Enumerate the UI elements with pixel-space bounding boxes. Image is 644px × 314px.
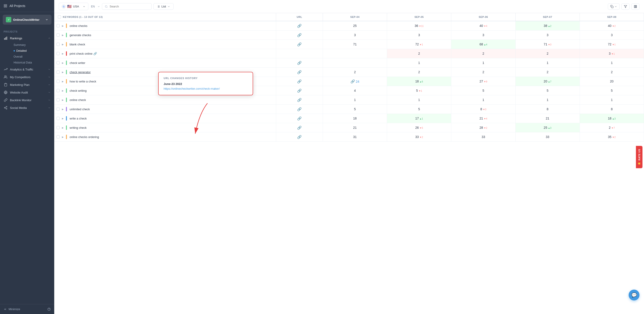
expand-button-8[interactable]: ▶ xyxy=(62,98,64,102)
sidebar-item-social[interactable]: Social Media xyxy=(0,104,54,112)
rank-num: 17 xyxy=(415,116,419,120)
table-row: ▶ write a check 🔗 18 17▲1 21▼4 21 18▲3 xyxy=(54,114,644,123)
link-icon[interactable]: 🔗 xyxy=(297,116,302,120)
rate-us-button[interactable]: ⭐ RATE US xyxy=(636,146,642,168)
columns-icon xyxy=(634,5,637,8)
sidebar-item-marketing[interactable]: Marketing Plan xyxy=(0,81,54,88)
main-content: G 🇺🇸 USA EN List xyxy=(54,0,644,314)
subnav-historical[interactable]: Historical Data xyxy=(10,60,54,66)
minimize-footer[interactable]: Minimize xyxy=(0,304,54,314)
link-icon[interactable]: 🔗 xyxy=(297,80,302,83)
filter-button[interactable] xyxy=(622,4,630,10)
all-projects-link[interactable]: All Projects xyxy=(0,0,54,12)
sidebar-item-backlink[interactable]: Backlink Monitor xyxy=(0,96,54,104)
rank-cell: 8 xyxy=(580,104,644,114)
row-checkbox-7[interactable] xyxy=(56,89,60,92)
row-checkbox-8[interactable] xyxy=(56,98,60,102)
sidebar-item-competitors[interactable]: My Competitors xyxy=(0,73,54,81)
row-checkbox-10[interactable] xyxy=(56,117,60,120)
svg-rect-4 xyxy=(6,37,7,40)
rank-num: 71 xyxy=(544,42,547,46)
link-icon[interactable]: 🔗 xyxy=(297,89,302,92)
expand-button-3[interactable]: ▶ xyxy=(62,52,64,55)
link-icon[interactable]: 🔗 xyxy=(297,107,302,111)
rank-num: 2 xyxy=(546,52,548,55)
toolbar: G 🇺🇸 USA EN List xyxy=(54,0,644,13)
link-icon[interactable]: 🔗 xyxy=(350,80,355,83)
expand-button-6[interactable]: ▶ xyxy=(62,80,64,83)
expand-button-1[interactable]: ▶ xyxy=(62,34,64,37)
rank-cell: 8 xyxy=(516,104,580,114)
sidebar-item-rankings[interactable]: Rankings xyxy=(0,34,54,42)
link-icon[interactable]: 🔗 xyxy=(297,98,302,102)
rank-cell: 5 xyxy=(323,104,387,114)
rank-num: 8 xyxy=(480,107,482,111)
row-checkbox-0[interactable] xyxy=(56,24,60,27)
row-checkbox-5[interactable] xyxy=(56,70,60,74)
expand-button-5[interactable]: ▶ xyxy=(62,70,64,74)
rank-num: 2 xyxy=(418,70,420,74)
expand-button-10[interactable]: ▶ xyxy=(62,117,64,120)
rank-num: 1 xyxy=(482,98,484,102)
link-icon[interactable]: 🔗 xyxy=(297,42,302,46)
project-selector[interactable]: ✓ OnlineCheckWriter xyxy=(3,15,52,24)
keyword-cell: ▶ check writer xyxy=(54,58,276,68)
rank-num: 36 xyxy=(415,24,418,28)
row-checkbox-9[interactable] xyxy=(56,108,60,111)
row-checkbox-11[interactable] xyxy=(56,126,60,129)
rank-change-down: ▼2 xyxy=(612,25,616,27)
rank-num: 33 xyxy=(546,135,549,139)
rank-cell: 2 xyxy=(516,68,580,77)
svg-point-13 xyxy=(6,108,7,109)
search-input[interactable] xyxy=(110,5,149,8)
row-checkbox-6[interactable] xyxy=(56,80,60,83)
expand-button-0[interactable]: ▶ xyxy=(62,24,64,28)
rank-num: 35 xyxy=(608,135,612,139)
sidebar-item-audit[interactable]: Website Audit xyxy=(0,88,54,96)
url-popup-link[interactable]: https://onlinecheckwriter.com/check-make… xyxy=(164,87,220,90)
link-icon[interactable]: 🔗 xyxy=(297,24,302,28)
columns-button[interactable] xyxy=(631,4,640,10)
sidebar-item-rankings-label: Rankings xyxy=(10,36,22,40)
select-all-checkbox[interactable] xyxy=(58,15,61,18)
subnav-detailed[interactable]: Detailed xyxy=(10,48,54,54)
sidebar-item-analytics[interactable]: Analytics & Traffic xyxy=(0,66,54,73)
link-icon[interactable]: 🔗 xyxy=(297,33,302,37)
expand-button-2[interactable]: ▶ xyxy=(62,43,64,46)
link-icon[interactable]: 🔗 xyxy=(297,126,302,130)
row-checkbox-12[interactable] xyxy=(56,135,60,138)
link-icon[interactable]: 🔗 xyxy=(297,61,302,65)
link-icon[interactable]: 🔗 xyxy=(297,135,302,139)
subnav-overall[interactable]: Overall xyxy=(10,54,54,60)
country-selector[interactable]: G 🇺🇸 USA xyxy=(59,3,88,10)
rank-cell: 18 xyxy=(323,114,387,123)
rank-change-down: ▼1 xyxy=(611,53,614,55)
link-icon[interactable]: 🔗 xyxy=(297,70,302,74)
expand-button-4[interactable]: ▶ xyxy=(62,61,64,64)
rank-num: 3 xyxy=(482,33,484,37)
row-checkbox-4[interactable] xyxy=(56,61,60,64)
subnav-summary[interactable]: Summary xyxy=(10,42,54,48)
sep08-header: SEP-08 xyxy=(580,13,644,21)
expand-button-12[interactable]: ▶ xyxy=(62,135,64,139)
search-box[interactable] xyxy=(102,3,152,10)
table-row: ▶ check generator 🔗 2 2 2 2 2 xyxy=(54,68,644,77)
row-checkbox-2[interactable] xyxy=(56,43,60,46)
copy-button[interactable] xyxy=(608,4,620,10)
rank-cell: 21▼4 xyxy=(451,114,516,123)
sidebar-item-audit-label: Website Audit xyxy=(10,91,28,94)
list-selector[interactable]: List xyxy=(154,3,173,10)
row-checkbox-3[interactable] xyxy=(56,52,60,55)
row-checkbox-1[interactable] xyxy=(56,34,60,36)
expand-button-11[interactable]: ▶ xyxy=(62,126,64,130)
rank-num: 5 xyxy=(354,107,356,111)
rank-num: 5 xyxy=(416,89,418,92)
svg-line-15 xyxy=(5,107,6,108)
chat-button[interactable]: 💬 xyxy=(629,290,640,300)
rank-num: 38 xyxy=(544,24,547,28)
expand-button-9[interactable]: ▶ xyxy=(62,108,64,111)
rankings-chevron-icon xyxy=(48,37,50,40)
expand-button-7[interactable]: ▶ xyxy=(62,89,64,92)
rank-num: 2 xyxy=(611,70,612,74)
subnav-summary-label: Summary xyxy=(14,43,26,46)
